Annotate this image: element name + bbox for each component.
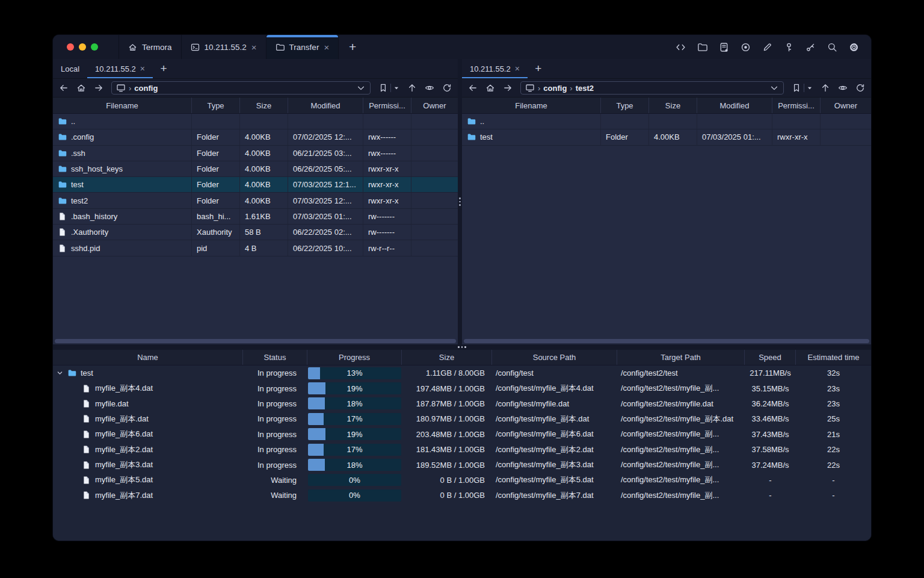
close-tab-icon[interactable]: × bbox=[251, 43, 257, 52]
column-header[interactable]: Type bbox=[192, 98, 240, 113]
edit-pencil-icon[interactable] bbox=[762, 42, 772, 52]
transfer-row[interactable]: myfile_副本3.dat In progress 18% 189.52MB … bbox=[53, 457, 871, 472]
file-row[interactable]: .ssh Folder 4.00KB 06/21/2025 03:... rwx… bbox=[53, 146, 458, 161]
column-header[interactable]: Size bbox=[402, 350, 492, 365]
minimize-window-button[interactable] bbox=[79, 43, 86, 51]
path-breadcrumb-field[interactable]: ›config›test2 bbox=[520, 81, 784, 95]
column-header[interactable]: Modified bbox=[697, 98, 772, 113]
file-row[interactable]: test Folder 4.00KB 07/03/2025 01:... rwx… bbox=[462, 129, 871, 145]
show-hidden-eye-icon[interactable] bbox=[425, 83, 434, 93]
forward-icon[interactable] bbox=[503, 83, 513, 93]
column-header[interactable]: Owner bbox=[821, 98, 871, 113]
snippets-icon[interactable] bbox=[676, 42, 686, 52]
file-row[interactable]: test Folder 4.00KB 07/03/2025 12:1... rw… bbox=[53, 177, 458, 193]
transfer-eta: - bbox=[796, 476, 871, 485]
home-icon[interactable] bbox=[485, 83, 495, 93]
horizontal-splitter[interactable] bbox=[53, 344, 871, 350]
column-header[interactable]: Permissi... bbox=[363, 98, 411, 113]
refresh-icon[interactable] bbox=[442, 83, 452, 93]
pane-tab-local[interactable]: Local bbox=[53, 59, 87, 78]
file-row[interactable]: sshd.pid pid 4 B 06/22/2025 10:... rw-r-… bbox=[53, 240, 458, 256]
file-row[interactable]: .config Folder 4.00KB 07/02/2025 12:... … bbox=[53, 129, 458, 145]
transfer-row[interactable]: myfile_副本4.dat In progress 19% 197.48MB … bbox=[53, 381, 871, 396]
column-header[interactable]: Progress bbox=[307, 350, 402, 365]
close-pane-tab-icon[interactable]: × bbox=[515, 64, 520, 73]
chevron-down-icon[interactable] bbox=[356, 83, 366, 93]
file-row[interactable]: test2 Folder 4.00KB 07/03/2025 12:... rw… bbox=[53, 193, 458, 208]
home-icon[interactable] bbox=[76, 83, 86, 93]
refresh-icon[interactable] bbox=[855, 83, 865, 93]
upload-icon[interactable] bbox=[407, 83, 417, 93]
file-row[interactable]: ssh_host_keys Folder 4.00KB 06/26/2025 0… bbox=[53, 161, 458, 177]
log-icon[interactable] bbox=[719, 42, 729, 52]
column-header[interactable]: Type bbox=[601, 98, 649, 113]
column-header[interactable]: Status bbox=[243, 350, 307, 365]
column-header[interactable]: Estimated time bbox=[796, 350, 871, 365]
bookmark-icon[interactable] bbox=[792, 83, 801, 93]
show-hidden-eye-icon[interactable] bbox=[838, 83, 848, 93]
transfer-source-path: /config/test bbox=[492, 368, 617, 378]
column-header[interactable]: Speed bbox=[745, 350, 796, 365]
column-header[interactable]: Target Path bbox=[617, 350, 745, 365]
column-header[interactable]: Filename bbox=[53, 98, 192, 113]
port-forwarding-icon[interactable] bbox=[805, 42, 816, 52]
breadcrumb-segment[interactable]: test2 bbox=[576, 84, 594, 93]
bookmark-caret-icon[interactable] bbox=[393, 85, 399, 91]
column-header[interactable]: Owner bbox=[411, 98, 458, 113]
bookmark-icon[interactable] bbox=[378, 83, 388, 93]
sftp-folder-icon[interactable] bbox=[697, 42, 707, 52]
settings-gear-icon[interactable] bbox=[849, 42, 859, 52]
maximize-window-button[interactable] bbox=[91, 43, 98, 51]
new-pane-tab-button[interactable]: + bbox=[528, 59, 549, 78]
key-manager-icon[interactable] bbox=[784, 42, 794, 52]
file-row[interactable]: .bash_history bash_hi... 1.61KB 07/03/20… bbox=[53, 209, 458, 225]
divider bbox=[804, 84, 804, 92]
forward-icon[interactable] bbox=[94, 83, 103, 93]
chevron-down-icon[interactable] bbox=[57, 370, 63, 376]
breadcrumb-segment[interactable]: config bbox=[543, 84, 567, 93]
horizontal-scrollbar-thumb[interactable] bbox=[464, 339, 869, 343]
file-type: Folder bbox=[192, 177, 240, 192]
file-row[interactable]: .. bbox=[462, 114, 871, 129]
transfer-row[interactable]: myfile_副本5.dat Waiting 0% 0 B / 1.00GB /… bbox=[53, 473, 871, 488]
column-header[interactable]: Modified bbox=[288, 98, 363, 113]
bookmark-caret-icon[interactable] bbox=[807, 85, 813, 91]
vertical-splitter[interactable] bbox=[458, 59, 462, 344]
transfer-row[interactable]: myfile_副本7.dat Waiting 0% 0 B / 1.00GB /… bbox=[53, 488, 871, 503]
file-row[interactable]: .Xauthority Xauthority 58 B 06/22/2025 0… bbox=[53, 225, 458, 240]
transfer-row[interactable]: test In progress 13% 1.11GB / 8.00GB /co… bbox=[53, 365, 871, 381]
new-tab-button[interactable]: + bbox=[339, 35, 366, 59]
column-header[interactable]: Filename bbox=[462, 98, 601, 113]
file-row[interactable]: .. bbox=[53, 114, 458, 129]
transfer-row[interactable]: myfile_副本.dat In progress 17% 180.97MB /… bbox=[53, 411, 871, 426]
back-icon[interactable] bbox=[59, 83, 69, 93]
breadcrumb-segment[interactable]: config bbox=[134, 84, 158, 93]
back-icon[interactable] bbox=[468, 83, 478, 93]
close-pane-tab-icon[interactable]: × bbox=[140, 64, 145, 73]
transfer-row[interactable]: myfile_副本6.dat In progress 19% 203.48MB … bbox=[53, 427, 871, 442]
column-header[interactable]: Source Path bbox=[492, 350, 617, 365]
column-header[interactable]: Permissi... bbox=[772, 98, 821, 113]
pane-tab-host[interactable]: 10.211.55.2 × bbox=[462, 59, 528, 78]
column-header[interactable]: Size bbox=[649, 98, 697, 113]
transfer-row[interactable]: myfile.dat In progress 18% 187.87MB / 1.… bbox=[53, 396, 871, 411]
new-pane-tab-button[interactable]: + bbox=[153, 59, 174, 78]
chevron-down-icon[interactable] bbox=[769, 83, 779, 93]
column-header[interactable]: Size bbox=[240, 98, 288, 113]
horizontal-scrollbar-thumb[interactable] bbox=[55, 339, 456, 343]
close-tab-icon[interactable]: × bbox=[324, 43, 329, 52]
search-icon[interactable] bbox=[827, 42, 837, 52]
progress-percent: 17% bbox=[346, 445, 362, 454]
macro-record-icon[interactable] bbox=[741, 42, 751, 52]
close-window-button[interactable] bbox=[67, 43, 74, 51]
transfer-row[interactable]: myfile_副本2.dat In progress 17% 181.43MB … bbox=[53, 442, 871, 457]
path-breadcrumb-field[interactable]: ›config bbox=[111, 81, 371, 95]
tab-termora[interactable]: Termora bbox=[119, 35, 181, 59]
upload-icon[interactable] bbox=[821, 83, 830, 93]
folder-icon bbox=[58, 132, 67, 141]
column-header[interactable]: Name bbox=[53, 350, 243, 365]
pane-tab-host[interactable]: 10.211.55.2 × bbox=[87, 59, 153, 78]
tab-host-terminal[interactable]: 10.211.55.2 × bbox=[181, 35, 266, 59]
tab-transfer[interactable]: Transfer × bbox=[266, 35, 339, 59]
file-type: Folder bbox=[601, 129, 649, 144]
